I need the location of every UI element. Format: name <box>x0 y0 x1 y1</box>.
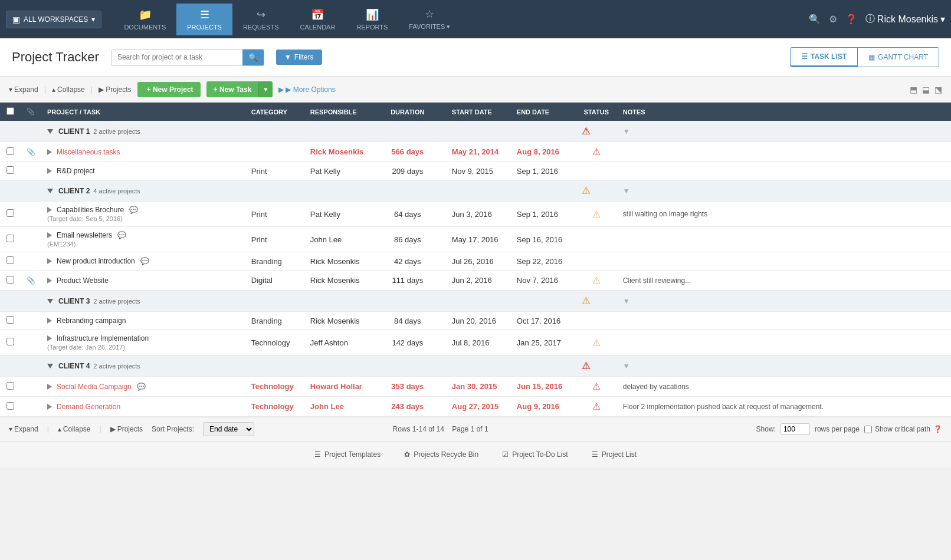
project-name[interactable]: Capabilities Brochure 💬 <box>47 206 240 214</box>
project-expand-icon[interactable] <box>47 149 52 155</box>
project-notes <box>617 142 951 162</box>
header-end-date[interactable]: END DATE <box>511 103 576 121</box>
project-checkbox[interactable] <box>6 209 14 217</box>
todo-label: Project To-Do List <box>512 450 568 459</box>
view-tabs: ☰ TASK LIST ▦ GANTT CHART <box>790 47 939 67</box>
header-duration[interactable]: DURATION <box>381 103 434 121</box>
project-expand-icon[interactable] <box>47 278 52 284</box>
nav-item-documents[interactable]: 📁 DOCUMENTS <box>113 4 176 35</box>
user-menu[interactable]: ⓘ Rick Mosenkis ▾ <box>865 13 945 25</box>
project-name[interactable]: Rebranding campaign <box>47 317 240 325</box>
header-project-task[interactable]: PROJECT / TASK <box>41 103 245 121</box>
project-expand-icon[interactable] <box>47 318 52 324</box>
settings-icon[interactable]: ⚙ <box>829 14 837 25</box>
workspace-selector[interactable]: ▣ ALL WORKSPACES ▾ <box>6 11 101 28</box>
client-filter-icon[interactable]: ▼ <box>623 127 630 136</box>
search-icon[interactable]: 🔍 <box>809 14 821 25</box>
project-name[interactable]: Demand Generation <box>47 403 240 411</box>
projects-link[interactable]: ▶ Projects <box>99 85 131 94</box>
help-icon[interactable]: ❓ <box>845 14 857 25</box>
project-start-date: Jul 8, 2016 <box>446 330 511 355</box>
client-notes-cell: ▼ <box>617 121 951 142</box>
nav-item-reports[interactable]: 📊 REPORTS <box>346 4 398 35</box>
project-title: Miscellaneous tasks <box>57 148 120 156</box>
tab-task-list[interactable]: ☰ TASK LIST <box>791 48 857 67</box>
expand-button[interactable]: ▾ Expand <box>9 85 38 94</box>
header-status[interactable]: STATUS <box>576 103 617 121</box>
project-templates-link[interactable]: ☰ Project Templates <box>314 450 381 459</box>
nav-label-reports: REPORTS <box>356 24 388 31</box>
project-checkbox[interactable] <box>6 256 14 264</box>
header-category[interactable]: CATEGORY <box>245 103 304 121</box>
project-responsible: Rick Mosenkis <box>304 252 381 271</box>
search-input[interactable] <box>112 50 242 65</box>
footer-projects[interactable]: ▶ Projects <box>110 425 143 433</box>
project-duration: 243 days <box>381 397 434 417</box>
new-task-dropdown[interactable]: ▾ <box>258 81 273 97</box>
project-duration: 42 days <box>381 252 434 271</box>
client-expand-icon[interactable] <box>47 299 53 304</box>
footer-expand[interactable]: ▾ Expand <box>9 425 38 433</box>
client-filter-icon[interactable]: ▼ <box>623 187 630 195</box>
recycle-bin-link[interactable]: ✿ Projects Recycle Bin <box>404 450 478 459</box>
more-options-button[interactable]: ▶ ▶ More Options <box>278 85 335 94</box>
project-checkbox[interactable] <box>6 402 14 410</box>
project-checkbox[interactable] <box>6 382 14 390</box>
sort-select[interactable]: End date Start date Name <box>203 422 254 436</box>
select-all-checkbox[interactable] <box>6 107 14 115</box>
critical-path-checkbox[interactable] <box>864 426 872 433</box>
project-category: Branding <box>245 252 304 271</box>
footer-collapse[interactable]: ▴ Collapse <box>58 425 91 433</box>
project-name[interactable]: Miscellaneous tasks <box>47 148 240 156</box>
project-name[interactable]: Infrastructure Implementation <box>47 334 240 342</box>
project-expand-icon[interactable] <box>47 404 52 410</box>
new-task-button[interactable]: + New Task <box>206 81 259 97</box>
filters-button[interactable]: ▼ Filters <box>276 50 322 65</box>
critical-path-help-icon[interactable]: ❓ <box>933 425 942 433</box>
project-start-date: May 17, 2016 <box>446 227 511 252</box>
project-checkbox[interactable] <box>6 276 14 284</box>
project-name[interactable]: New product introduction 💬 <box>47 257 240 265</box>
client-expand-icon[interactable] <box>47 189 53 193</box>
project-check-cell <box>0 377 21 397</box>
project-name[interactable]: Email newsletters 💬 <box>47 231 240 239</box>
project-checkbox[interactable] <box>6 338 14 345</box>
collapse-button[interactable]: ▴ Collapse <box>52 85 85 94</box>
client-expand-icon[interactable] <box>47 129 53 134</box>
tab-gantt-chart[interactable]: ▦ GANTT CHART <box>857 48 939 67</box>
header-notes[interactable]: NOTES <box>617 103 951 121</box>
project-arrow-cell <box>434 202 446 227</box>
project-checkbox[interactable] <box>6 166 14 174</box>
project-expand-icon[interactable] <box>47 258 52 264</box>
project-name[interactable]: Product Website <box>47 276 240 285</box>
nav-item-favorites[interactable]: ☆ FAVORITES ▾ <box>398 3 461 35</box>
export-icon-2[interactable]: ⬓ <box>922 85 930 94</box>
nav-item-projects[interactable]: ☰ PROJECTS <box>176 4 232 35</box>
search-button[interactable]: 🔍 <box>242 50 264 65</box>
project-name[interactable]: R&D project <box>47 167 240 175</box>
client-filter-icon[interactable]: ▼ <box>623 362 630 370</box>
export-icon-1[interactable]: ⬒ <box>910 85 917 94</box>
nav-item-requests[interactable]: ↪ REQUESTS <box>232 4 290 35</box>
nav-item-calendar[interactable]: 📅 CALENDAR <box>289 4 346 35</box>
project-expand-icon[interactable] <box>47 384 52 390</box>
nav-items: 📁 DOCUMENTS ☰ PROJECTS ↪ REQUESTS 📅 CALE… <box>113 3 808 35</box>
project-expand-icon[interactable] <box>47 335 52 341</box>
rows-per-page-input[interactable] <box>781 423 810 435</box>
project-checkbox[interactable] <box>6 316 14 324</box>
project-name[interactable]: Social Media Campaign 💬 <box>47 383 240 391</box>
header-start-date[interactable]: START DATE <box>446 103 511 121</box>
project-expand-icon[interactable] <box>47 168 52 174</box>
project-expand-icon[interactable] <box>47 232 52 238</box>
client-filter-icon[interactable]: ▼ <box>623 297 630 305</box>
export-icon-3[interactable]: ⬔ <box>934 85 942 94</box>
new-project-button[interactable]: + New Project <box>137 82 201 97</box>
project-attach-cell: 📎 <box>21 271 41 291</box>
project-list-link[interactable]: ☰ Project List <box>592 450 637 459</box>
project-checkbox[interactable] <box>6 235 14 242</box>
project-checkbox[interactable] <box>6 147 14 155</box>
header-responsible[interactable]: RESPONSIBLE <box>304 103 381 121</box>
client-expand-icon[interactable] <box>47 364 53 368</box>
todo-list-link[interactable]: ☑ Project To-Do List <box>502 450 568 459</box>
project-expand-icon[interactable] <box>47 207 52 213</box>
